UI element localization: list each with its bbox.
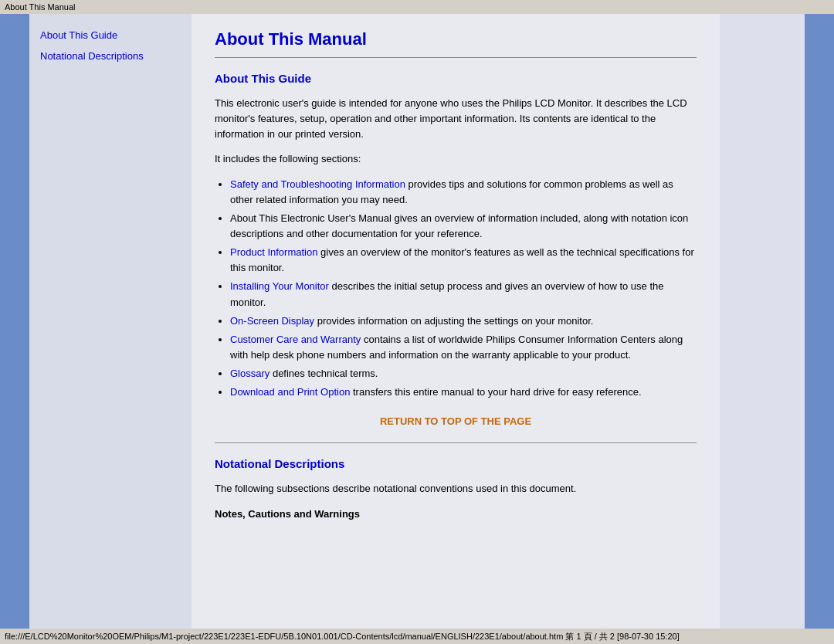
installing-link[interactable]: Installing Your Monitor bbox=[230, 280, 329, 292]
sidebar: About This Guide Notational Descriptions bbox=[29, 14, 192, 629]
bullet-product-info: Product Information gives an overview of… bbox=[230, 245, 697, 276]
content-area: About This Manual About This Guide This … bbox=[192, 14, 720, 629]
notational-section: Notational Descriptions The following su… bbox=[215, 457, 697, 521]
left-stripe bbox=[0, 14, 29, 629]
sidebar-link-notational[interactable]: Notational Descriptions bbox=[40, 50, 181, 62]
bullet-safety: Safety and Troubleshooting Information p… bbox=[230, 177, 697, 208]
about-guide-section: About This Guide This electronic user's … bbox=[215, 72, 697, 427]
status-bar: file:///E/LCD%20Monitor%20OEM/Philips/M1… bbox=[0, 629, 834, 644]
notes-cautions-subheading: Notes, Cautions and Warnings bbox=[215, 507, 697, 522]
section-divider-2 bbox=[215, 442, 697, 443]
return-to-top-link[interactable]: RETURN TO TOP OF THE PAGE bbox=[215, 415, 697, 427]
main-layout: About This Guide Notational Descriptions… bbox=[0, 14, 834, 629]
page-title: About This Manual bbox=[215, 29, 697, 49]
bullet-glossary: Glossary defines technical terms. bbox=[230, 366, 697, 381]
osd-link[interactable]: On-Screen Display bbox=[230, 315, 314, 327]
customer-care-link[interactable]: Customer Care and Warranty bbox=[230, 334, 361, 345]
notational-para-1: The following subsections describe notat… bbox=[215, 481, 697, 497]
right-stripe-blue bbox=[805, 14, 834, 629]
title-divider bbox=[215, 57, 697, 58]
about-guide-heading: About This Guide bbox=[215, 72, 697, 85]
bullet-customer-care: Customer Care and Warranty contains a li… bbox=[230, 332, 697, 363]
about-guide-para-2: It includes the following sections: bbox=[215, 151, 697, 167]
product-info-link[interactable]: Product Information bbox=[230, 246, 317, 258]
sidebar-link-about-guide[interactable]: About This Guide bbox=[40, 29, 181, 41]
right-stripe-light bbox=[720, 14, 805, 629]
title-bar-text: About This Manual bbox=[5, 2, 76, 12]
title-bar: About This Manual bbox=[0, 0, 834, 14]
download-print-link[interactable]: Download and Print Option bbox=[230, 386, 350, 398]
notational-heading: Notational Descriptions bbox=[215, 457, 697, 470]
bullet-osd: On-Screen Display provides information o… bbox=[230, 314, 697, 329]
about-guide-bullets: Safety and Troubleshooting Information p… bbox=[230, 177, 697, 401]
bullet-installing: Installing Your Monitor describes the in… bbox=[230, 279, 697, 310]
about-guide-para-1: This electronic user's guide is intended… bbox=[215, 96, 697, 142]
glossary-link[interactable]: Glossary bbox=[230, 368, 270, 379]
bullet-electronic-manual: About This Electronic User's Manual give… bbox=[230, 211, 697, 242]
safety-link[interactable]: Safety and Troubleshooting Information bbox=[230, 178, 405, 190]
bullet-download-print: Download and Print Option transfers this… bbox=[230, 385, 697, 400]
status-bar-text: file:///E/LCD%20Monitor%20OEM/Philips/M1… bbox=[5, 631, 680, 642]
